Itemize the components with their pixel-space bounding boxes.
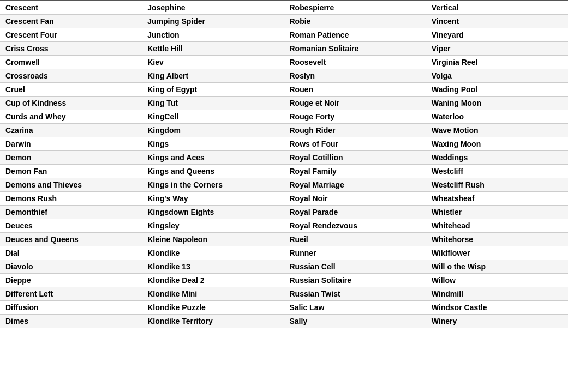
table-cell: Josephine <box>142 1 284 15</box>
table-cell: Romanian Solitaire <box>284 42 426 56</box>
table-row: Curds and WheyKingCellRouge FortyWaterlo… <box>0 110 568 124</box>
table-cell: Royal Cotillion <box>284 151 426 165</box>
table-row: Criss CrossKettle HillRomanian Solitaire… <box>0 42 568 56</box>
table-cell: Royal Marriage <box>284 178 426 192</box>
table-row: DarwinKingsRows of FourWaxing Moon <box>0 137 568 151</box>
table-cell: Jumping Spider <box>142 15 284 28</box>
table-cell: Crossroads <box>0 69 142 83</box>
table-row: Demons RushKing's WayRoyal NoirWheatshea… <box>0 192 568 206</box>
table-cell: Rueil <box>284 233 426 246</box>
table-cell: Curds and Whey <box>0 110 142 124</box>
table-cell: Rows of Four <box>284 137 426 151</box>
table-cell: Russian Twist <box>284 287 426 301</box>
table-cell: Volga <box>426 69 568 83</box>
table-row: DiffusionKlondike PuzzleSalic LawWindsor… <box>0 301 568 315</box>
table-cell: Waterloo <box>426 110 568 124</box>
table-cell: Diavolo <box>0 260 142 274</box>
table-row: DeucesKingsleyRoyal RendezvousWhitehead <box>0 219 568 233</box>
table-cell: Different Left <box>0 287 142 301</box>
table-cell: Dimes <box>0 315 142 328</box>
table-row: DieppeKlondike Deal 2Russian SolitaireWi… <box>0 274 568 287</box>
table-cell: Waning Moon <box>426 97 568 110</box>
table-cell: Deuces and Queens <box>0 233 142 246</box>
table-cell: Junction <box>142 28 284 42</box>
table-cell: Salic Law <box>284 301 426 315</box>
table-cell: Dial <box>0 246 142 260</box>
table-cell: KingCell <box>142 110 284 124</box>
table-cell: Demon Fan <box>0 165 142 178</box>
table-cell: King's Way <box>142 192 284 206</box>
table-cell: Czarina <box>0 124 142 137</box>
table-cell: Wheatsheaf <box>426 192 568 206</box>
table-cell: Kings in the Corners <box>142 178 284 192</box>
table-row: Demon FanKings and QueensRoyal FamilyWes… <box>0 165 568 178</box>
table-cell: Deuces <box>0 219 142 233</box>
table-cell: Klondike <box>142 246 284 260</box>
table-cell: Royal Rendezvous <box>284 219 426 233</box>
table-row: Different LeftKlondike MiniRussian Twist… <box>0 287 568 301</box>
table-cell: King of Egypt <box>142 83 284 97</box>
table-cell: Kingdom <box>142 124 284 137</box>
table-cell: Whistler <box>426 206 568 219</box>
table-cell: Kings <box>142 137 284 151</box>
table-cell: Demons Rush <box>0 192 142 206</box>
table-row: CzarinaKingdomRough RiderWave Motion <box>0 124 568 137</box>
table-cell: Klondike Deal 2 <box>142 274 284 287</box>
table-cell: Willow <box>426 274 568 287</box>
table-cell: Diffusion <box>0 301 142 315</box>
table-row: DimesKlondike TerritorySallyWinery <box>0 315 568 328</box>
table-cell: Kingsdown Eights <box>142 206 284 219</box>
table-cell: Kettle Hill <box>142 42 284 56</box>
table-cell: Rouen <box>284 83 426 97</box>
table-cell: Kings and Aces <box>142 151 284 165</box>
table-row: DemonthiefKingsdown EightsRoyal ParadeWh… <box>0 206 568 219</box>
table-cell: Crescent Four <box>0 28 142 42</box>
table-cell: Kiev <box>142 56 284 69</box>
table-cell: Klondike Territory <box>142 315 284 328</box>
table-cell: Waxing Moon <box>426 137 568 151</box>
table-cell: Rouge Forty <box>284 110 426 124</box>
table-cell: Windmill <box>426 287 568 301</box>
table-cell: Roman Patience <box>284 28 426 42</box>
table-cell: Klondike 13 <box>142 260 284 274</box>
table-cell: Darwin <box>0 137 142 151</box>
table-cell: Will o the Wisp <box>426 260 568 274</box>
table-cell: Crescent Fan <box>0 15 142 28</box>
table-row: CromwellKievRooseveltVirginia Reel <box>0 56 568 69</box>
table-cell: Russian Cell <box>284 260 426 274</box>
table-cell: King Tut <box>142 97 284 110</box>
main-container: CrescentJosephineRobespierreVerticalCres… <box>0 0 568 392</box>
table-cell: Cruel <box>0 83 142 97</box>
game-list-table: CrescentJosephineRobespierreVerticalCres… <box>0 0 568 328</box>
table-row: Cup of KindnessKing TutRouge et NoirWani… <box>0 97 568 110</box>
table-row: Crescent FanJumping SpiderRobieVincent <box>0 15 568 28</box>
table-row: DialKlondikeRunnerWildflower <box>0 246 568 260</box>
table-cell: Klondike Puzzle <box>142 301 284 315</box>
table-row: DemonKings and AcesRoyal CotillionWeddin… <box>0 151 568 165</box>
table-cell: Rouge et Noir <box>284 97 426 110</box>
table-cell: Viper <box>426 42 568 56</box>
table-cell: Whitehead <box>426 219 568 233</box>
table-cell: Kleine Napoleon <box>142 233 284 246</box>
table-cell: Vineyard <box>426 28 568 42</box>
table-cell: Dieppe <box>0 274 142 287</box>
table-cell: Westcliff Rush <box>426 178 568 192</box>
table-cell: Wildflower <box>426 246 568 260</box>
table-cell: Klondike Mini <box>142 287 284 301</box>
table-cell: Winery <box>426 315 568 328</box>
table-cell: Cup of Kindness <box>0 97 142 110</box>
table-cell: Weddings <box>426 151 568 165</box>
table-cell: Westcliff <box>426 165 568 178</box>
table-cell: Windsor Castle <box>426 301 568 315</box>
table-cell: King Albert <box>142 69 284 83</box>
table-cell: Roosevelt <box>284 56 426 69</box>
table-cell: Demon <box>0 151 142 165</box>
table-cell: Roslyn <box>284 69 426 83</box>
table-cell: Criss Cross <box>0 42 142 56</box>
table-cell: Whitehorse <box>426 233 568 246</box>
table-cell: Wading Pool <box>426 83 568 97</box>
table-row: Demons and ThievesKings in the CornersRo… <box>0 178 568 192</box>
table-cell: Demons and Thieves <box>0 178 142 192</box>
table-cell: Rough Rider <box>284 124 426 137</box>
table-row: Crescent FourJunctionRoman PatienceViney… <box>0 28 568 42</box>
